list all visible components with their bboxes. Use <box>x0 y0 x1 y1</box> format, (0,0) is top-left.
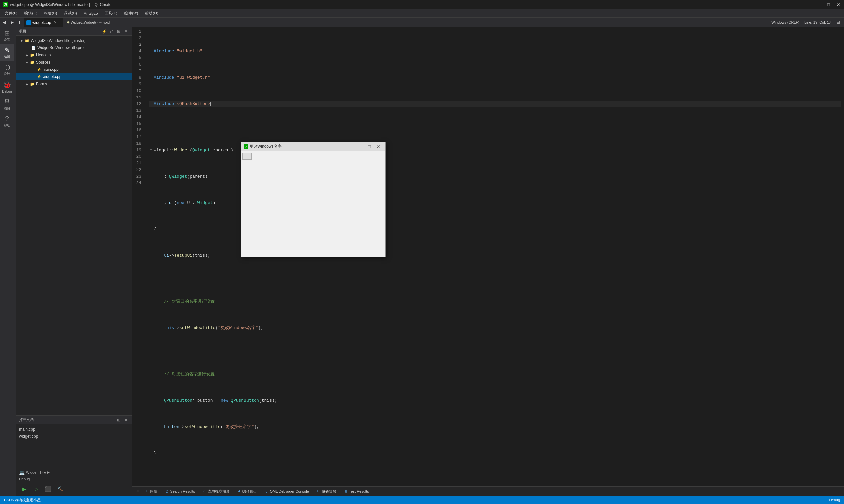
token: #include <box>154 48 177 55</box>
root-arrow: ▼ <box>19 39 24 42</box>
tab-widget-cpp[interactable]: C widget.cpp ✕ <box>24 18 63 27</box>
ln-19: 19 <box>132 147 143 154</box>
tree-root[interactable]: ▼ 📁 WidgetSetWindowTitle [master] <box>16 37 132 44</box>
sidebar-item-help[interactable]: ? 帮助 <box>0 113 14 130</box>
dock-button[interactable]: ⊞ <box>116 28 122 34</box>
bottom-panel-close[interactable]: ✕ <box>135 488 140 494</box>
status-bar: CSDN @海拔宝毛小星 Debug <box>0 496 844 504</box>
menu-help[interactable]: 帮助(H) <box>141 9 161 17</box>
menu-bar: 文件(F) 编辑(E) 构建(B) 调试(D) Analyze 工具(T) 控件… <box>0 9 844 18</box>
window-title: widget.cpp @ WidgetSetWindowTitle [maste… <box>10 2 113 7</box>
token: ( <box>215 325 218 331</box>
token: { <box>154 226 156 233</box>
tree-main-cpp[interactable]: ⚡ main.cpp <box>16 66 132 73</box>
menu-build[interactable]: 构建(B) <box>40 9 60 17</box>
open-docs-close[interactable]: ✕ <box>123 417 129 423</box>
tab-prev-button[interactable]: ◀ <box>0 18 8 27</box>
open-docs-title: 打开文档 <box>19 417 34 422</box>
filter-button[interactable]: ⚡ <box>101 28 107 34</box>
welcome-icon: ⊞ <box>4 29 10 37</box>
token: QWidget <box>192 147 210 154</box>
tree-widget-cpp[interactable]: ⚡ widget.cpp <box>16 73 132 80</box>
code-line-14: // 对按钮的名字进行设置 <box>149 371 841 378</box>
tree-sources-folder[interactable]: ▼ 📁 Sources <box>16 59 132 66</box>
ln-23: 23 <box>132 173 143 180</box>
tab-menu-button[interactable]: ▮ <box>16 18 24 27</box>
function-label: ◆ <box>67 20 69 24</box>
token <box>154 424 164 430</box>
kit-label: Widge···Title <box>26 470 46 474</box>
menu-analyze[interactable]: Analyze <box>81 9 101 17</box>
help-icon: ? <box>5 115 8 123</box>
bottom-tab-compile[interactable]: 4 编译输出 <box>235 488 260 494</box>
bottom-tab-appoutput[interactable]: 3 应用程序输出 <box>200 488 233 494</box>
open-docs-header-left: 打开文档 <box>19 417 34 422</box>
open-doc-widget-cpp-label: widget.cpp <box>19 434 38 439</box>
popup-minimize[interactable]: ─ <box>356 143 364 150</box>
menu-edit[interactable]: 编辑(E) <box>21 9 40 17</box>
sidebar-item-edit[interactable]: ✎ 编辑 <box>0 44 14 61</box>
popup-close[interactable]: ✕ <box>374 143 383 150</box>
fold-5[interactable]: ▼ <box>149 147 153 154</box>
token: // 对窗口的名字进行设置 <box>154 299 214 305</box>
file-tree-header-left: 项目 <box>19 29 27 34</box>
bottom-tab-problems[interactable]: 1 问题 <box>142 488 160 494</box>
open-docs-filter[interactable]: ⊞ <box>116 417 122 423</box>
token <box>154 397 164 404</box>
edit-label: 编辑 <box>4 55 10 59</box>
code-content: 1 2 3 4 5 6 7 8 9 10 11 12 13 14 <box>132 27 844 486</box>
run-controls: ▶ ▷ ⬛ 🔨 <box>16 482 132 496</box>
tab-next-button[interactable]: ▶ <box>8 18 16 27</box>
headers-folder-icon: 📁 <box>30 52 35 58</box>
ln-8: 8 <box>132 74 143 81</box>
sources-folder-icon: 📁 <box>30 60 35 65</box>
sources-folder-label: Sources <box>36 60 50 65</box>
bottom-tab-test[interactable]: 8 Test Results <box>342 489 372 494</box>
tree-headers-folder[interactable]: ▶ 📁 Headers <box>16 51 132 59</box>
menu-tools[interactable]: 工具(T) <box>101 9 121 17</box>
root-folder-icon: 📁 <box>24 38 30 43</box>
menu-debug[interactable]: 调试(D) <box>60 9 81 17</box>
menu-controls[interactable]: 控件(W) <box>121 9 141 17</box>
tab-num-6: 6 <box>317 489 320 493</box>
kit-selector: 💻 Widge···Title ▶ <box>16 468 132 476</box>
code-editor[interactable]: 1 2 3 4 5 6 7 8 9 10 11 12 13 14 <box>132 27 844 486</box>
maximize-button[interactable]: □ <box>826 2 831 7</box>
sync-button[interactable]: ⇄ <box>108 28 115 34</box>
ln-13: 13 <box>132 107 143 114</box>
status-kit[interactable]: CSDN @海拔宝毛小星 <box>3 498 42 503</box>
status-build-mode[interactable]: Debug <box>828 498 841 502</box>
minimize-button[interactable]: ─ <box>816 2 822 7</box>
split-editor-button[interactable]: ⊞ <box>834 18 842 26</box>
bottom-tab-search[interactable]: 2 Search Results <box>162 489 198 494</box>
cpp-file-icon: C <box>27 20 31 25</box>
sidebar-item-project[interactable]: ⚙ 项目 <box>0 95 14 113</box>
menu-file[interactable]: 文件(F) <box>1 9 21 17</box>
token <box>154 252 164 259</box>
tree-pro-file[interactable]: 📄 WidgetSetWindowTitle.pro <box>16 44 132 51</box>
build-button[interactable]: 🔨 <box>55 484 65 494</box>
left-sidebar: ⊞ 欢迎 ✎ 编辑 ⬡ 设计 🐞 Debug ⚙ 项目 ? 帮助 <box>0 27 16 496</box>
sidebar-item-debug[interactable]: 🐞 Debug <box>0 78 14 95</box>
debug-kit: Debug <box>16 476 132 482</box>
tree-forms-folder[interactable]: ▶ 📁 Forms <box>16 80 132 88</box>
close-panel-button[interactable]: ✕ <box>123 28 129 34</box>
tab-close-button[interactable]: ✕ <box>52 20 58 25</box>
tab-num-1: 1 <box>146 489 148 493</box>
sidebar-item-welcome[interactable]: ⊞ 欢迎 <box>0 27 14 44</box>
popup-maximize[interactable]: □ <box>365 143 374 150</box>
sidebar-item-design[interactable]: ⬡ 设计 <box>0 61 14 78</box>
stop-button[interactable]: ⬛ <box>43 484 53 494</box>
headers-folder-label: Headers <box>36 53 51 57</box>
bottom-tab-qml[interactable]: 5 QML Debugger Console <box>262 489 312 494</box>
run-button[interactable]: ▶ <box>19 484 30 494</box>
token: new <box>221 397 231 404</box>
close-button[interactable]: ✕ <box>836 2 841 7</box>
bottom-tab-summary[interactable]: 6 概要信息 <box>314 488 340 494</box>
design-icon: ⬡ <box>4 63 10 71</box>
open-doc-main-cpp[interactable]: main.cpp <box>16 426 132 433</box>
run-debug-button[interactable]: ▷ <box>31 484 41 494</box>
open-doc-widget-cpp[interactable]: widget.cpp <box>16 433 132 440</box>
function-path: Widget::Widget() → void <box>71 20 110 24</box>
token: ( <box>174 200 177 206</box>
